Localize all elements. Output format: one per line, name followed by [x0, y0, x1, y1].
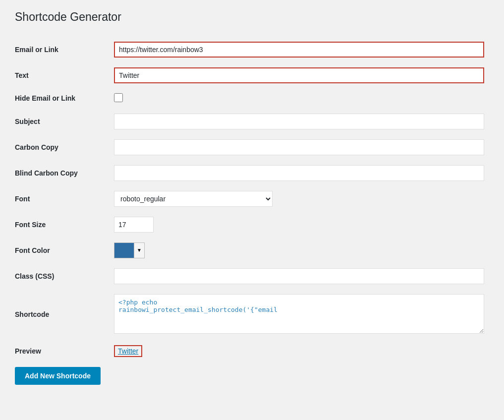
page-title: Shortcode Generator	[15, 10, 489, 25]
text-row: Text	[15, 62, 489, 88]
blind-carbon-copy-label: Blind Carbon Copy	[15, 160, 114, 186]
color-dropdown-button[interactable]: ▼	[134, 242, 145, 258]
font-size-row: Font Size	[15, 212, 489, 238]
blind-carbon-copy-input[interactable]	[114, 165, 484, 181]
blind-carbon-copy-row: Blind Carbon Copy	[15, 160, 489, 186]
color-picker-wrapper: ▼	[114, 242, 484, 258]
preview-row: Preview Twitter	[15, 340, 489, 362]
color-swatch[interactable]	[114, 242, 134, 258]
font-size-label: Font Size	[15, 212, 114, 238]
font-select[interactable]: roboto_regular arial times_new_roman	[114, 191, 273, 207]
email-or-link-row: Email or Link	[15, 37, 489, 62]
hide-email-row: Hide Email or Link	[15, 88, 489, 109]
font-color-label: Font Color	[15, 238, 114, 263]
hide-email-checkbox[interactable]	[114, 93, 123, 102]
subject-input[interactable]	[114, 114, 484, 129]
subject-row: Subject	[15, 109, 489, 134]
add-new-shortcode-button[interactable]: Add New Shortcode	[15, 367, 101, 385]
font-label: Font	[15, 186, 114, 212]
email-or-link-label: Email or Link	[15, 37, 114, 62]
carbon-copy-label: Carbon Copy	[15, 134, 114, 160]
font-row: Font roboto_regular arial times_new_roma…	[15, 186, 489, 212]
shortcode-label: Shortcode	[15, 289, 114, 340]
shortcode-textarea[interactable]: <?php echo rainbowi_protect_email_shortc…	[114, 294, 484, 334]
class-css-input[interactable]	[114, 268, 484, 284]
text-label: Text	[15, 62, 114, 88]
shortcode-row: Shortcode <?php echo rainbowi_protect_em…	[15, 289, 489, 340]
carbon-copy-row: Carbon Copy	[15, 134, 489, 160]
text-input[interactable]	[114, 67, 484, 83]
preview-label: Preview	[15, 340, 114, 362]
class-css-label: Class (CSS)	[15, 263, 114, 289]
class-css-row: Class (CSS)	[15, 263, 489, 289]
font-size-input[interactable]	[114, 217, 154, 233]
carbon-copy-input[interactable]	[114, 139, 484, 155]
hide-email-label: Hide Email or Link	[15, 88, 114, 109]
shortcode-form: Email or Link Text Hide Email or Link Su…	[15, 37, 489, 362]
preview-link[interactable]: Twitter	[114, 345, 142, 357]
email-or-link-input[interactable]	[114, 42, 484, 58]
subject-label: Subject	[15, 109, 114, 134]
font-color-row: Font Color ▼	[15, 238, 489, 263]
